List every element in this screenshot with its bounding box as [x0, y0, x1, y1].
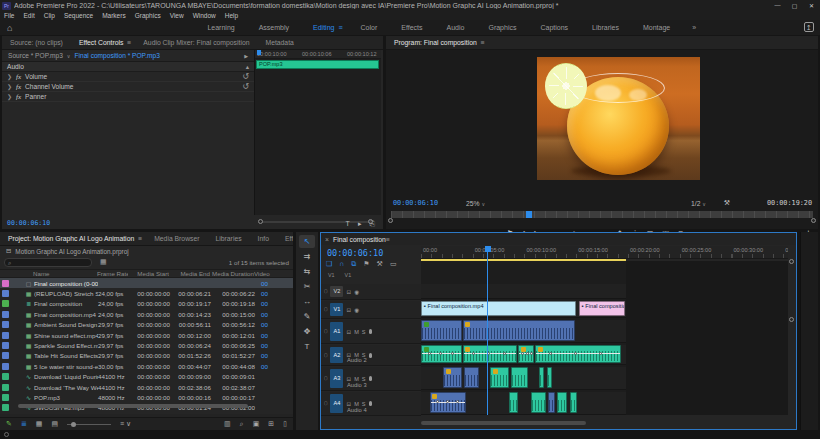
lock-icon[interactable]: ⬯ [324, 328, 327, 335]
find-icon[interactable]: ⌕ [240, 420, 244, 428]
workspace-tab-effects[interactable]: Effects [389, 22, 434, 33]
ec-section-audio[interactable]: Audio▴ [2, 62, 254, 72]
timeline-clip[interactable] [548, 392, 555, 413]
play-audio-icon[interactable]: ▸ [358, 220, 362, 228]
track-output-eye-icon[interactable]: ◉ [354, 289, 359, 295]
zoom-level-dropdown[interactable]: 25% ∨ [466, 200, 485, 207]
source-patch-icon[interactable]: ⊡ [346, 289, 351, 295]
lock-icon[interactable]: ⬯ [324, 400, 327, 407]
timeline-clip[interactable] [509, 392, 518, 413]
workspace-tab-montage[interactable]: Montage [631, 22, 682, 33]
timeline-timecode[interactable]: 00:00:06:10 [327, 248, 383, 258]
timeline-clip[interactable] [421, 345, 462, 363]
column-header-media-end[interactable]: Media End [169, 270, 210, 277]
project-row[interactable]: ∿POP.mp348000 Hz00:00:00:0000:00:00:1600… [0, 392, 293, 402]
zoom-slider[interactable] [67, 424, 111, 425]
panel-menu-icon[interactable]: ≡ [386, 236, 390, 243]
collapse-icon[interactable]: ▴ [246, 63, 249, 71]
timeline-clip[interactable] [535, 345, 620, 363]
project-row[interactable]: ▦(REUPLOAD) Stretch Sound24,00 fps00:00:… [0, 288, 293, 298]
solo-button[interactable]: S [362, 376, 366, 382]
ripple-edit-tool[interactable]: ⇆ [299, 265, 315, 278]
home-icon[interactable]: ⌂ [7, 23, 12, 33]
solo-button[interactable]: S [362, 401, 366, 407]
disclosure-icon[interactable]: ❯ [7, 73, 12, 80]
minimize-button[interactable]: — [769, 2, 786, 9]
hand-tool[interactable]: ✥ [299, 325, 315, 338]
new-item-icon[interactable]: ⊞ [268, 420, 274, 428]
workspace-tab-color[interactable]: Color [349, 22, 390, 33]
project-row[interactable]: ▦Final composition.mp424,00 fps00:00:00:… [0, 309, 293, 319]
ec-clip-bar[interactable]: POP.mp3 [256, 60, 379, 69]
source-patch-v1[interactable]: V1 [345, 272, 352, 278]
track-header-a3[interactable]: ⬯A3⊡MSAudio 3 [321, 367, 421, 391]
timeline-clip-final-composition-0-[interactable]: ▪ Final composition (0- [579, 301, 626, 316]
label-color-chip[interactable] [2, 384, 9, 391]
disclosure-icon[interactable]: ❯ [7, 93, 12, 100]
mute-button[interactable]: M [354, 376, 359, 382]
scrubber-playhead[interactable] [526, 211, 532, 218]
lock-icon[interactable]: ⬯ [324, 375, 327, 382]
effect-row-channel-volume[interactable]: ❯fxChannel Volume↺ [2, 82, 254, 92]
disclosure-icon[interactable]: ❯ [7, 83, 12, 90]
source-patch-icon[interactable]: ⊡ [346, 376, 351, 382]
source-patch-icon[interactable]: ⊡ [346, 307, 351, 313]
maximize-button[interactable]: ▢ [786, 2, 803, 9]
effect-row-panner[interactable]: ❯fxPanner [2, 92, 254, 102]
track-select-v1[interactable]: V1 [330, 303, 343, 316]
project-row[interactable]: ▦Ambient Sound Design - Cr29,97 fps00:00… [0, 320, 293, 330]
timeline-clip[interactable] [490, 367, 509, 388]
sort-icons-icon[interactable]: ≡ ∨ [120, 420, 131, 428]
timeline-clip[interactable] [518, 345, 534, 363]
nest-sequence-icon[interactable]: ❏ [326, 260, 332, 268]
workspace-overflow-icon[interactable]: » [692, 24, 696, 31]
label-color-chip[interactable] [2, 311, 9, 318]
workspace-tab-captions[interactable]: Captions [528, 22, 580, 33]
track-select-v2[interactable]: V2 [330, 286, 343, 297]
close-button[interactable]: ✕ [803, 2, 820, 9]
timeline-clip[interactable] [539, 367, 544, 388]
reset-icon[interactable]: ↺ [242, 82, 249, 91]
voiceover-mic-icon[interactable] [369, 329, 372, 334]
column-header-video[interactable]: Video [254, 270, 278, 277]
menu-view[interactable]: View [170, 12, 184, 19]
label-color-chip[interactable] [2, 280, 9, 287]
project-row[interactable]: ≣Final composition24,00 fps00:00:00:0000… [0, 299, 293, 309]
program-tab[interactable]: Program: Final composition [386, 39, 485, 46]
menu-clip[interactable]: Clip [44, 12, 55, 19]
ec-show-timeline-icon[interactable]: ▶ [244, 53, 248, 59]
track-select-a4[interactable]: A4 [330, 394, 343, 413]
project-tab-effects[interactable]: Effects [277, 235, 293, 242]
label-color-chip[interactable] [2, 352, 9, 359]
lock-icon[interactable]: ⬯ [324, 306, 327, 313]
menu-help[interactable]: Help [225, 12, 238, 19]
icon-view-icon[interactable]: ▦ [36, 420, 43, 428]
track-select-a3[interactable]: A3 [330, 369, 343, 388]
panel-tab-audio-clip-mixer[interactable]: Audio Clip Mixer: Final composition [135, 39, 257, 46]
label-color-chip[interactable] [2, 342, 9, 349]
search-input[interactable]: ⌕ [4, 258, 92, 267]
workspace-tab-learning[interactable]: Learning [195, 22, 246, 33]
mute-button[interactable]: M [354, 329, 359, 335]
panel-menu-icon[interactable]: ≡ [481, 39, 485, 46]
track-header-a4[interactable]: ⬯A4⊡MSAudio 4 [321, 392, 421, 416]
timeline-clip[interactable] [463, 320, 575, 341]
workspace-tab-assembly[interactable]: Assembly [247, 22, 301, 33]
track-select-a1[interactable]: A1 [330, 322, 343, 341]
linked-selection-icon[interactable]: ⧉ [351, 260, 356, 268]
source-patch-icon[interactable]: ⊡ [346, 401, 351, 407]
slip-tool[interactable]: ↔ [299, 295, 315, 308]
track-header-a1[interactable]: ⬯A1⊡MS [321, 320, 421, 344]
project-row[interactable]: ▢Final composition (0-00-14-00 [0, 278, 293, 288]
panel-tab-source[interactable]: Source: (no clips) [2, 39, 71, 46]
menu-window[interactable]: Window [193, 12, 216, 19]
panel-menu-icon[interactable]: ≡ [138, 235, 142, 242]
label-color-chip[interactable] [2, 394, 9, 401]
effect-row-volume[interactable]: ❯fxVolume↺ [2, 72, 254, 82]
ec-playhead[interactable] [257, 50, 261, 55]
selection-tool[interactable]: ↖ [299, 235, 315, 248]
menu-markers[interactable]: Markers [102, 12, 125, 19]
source-patch-icon[interactable]: ⊡ [346, 329, 351, 335]
timeline-tab[interactable]: Final composition [329, 236, 390, 243]
ec-sequence-clip-label[interactable]: Final composition * POP.mp3 [75, 52, 160, 59]
